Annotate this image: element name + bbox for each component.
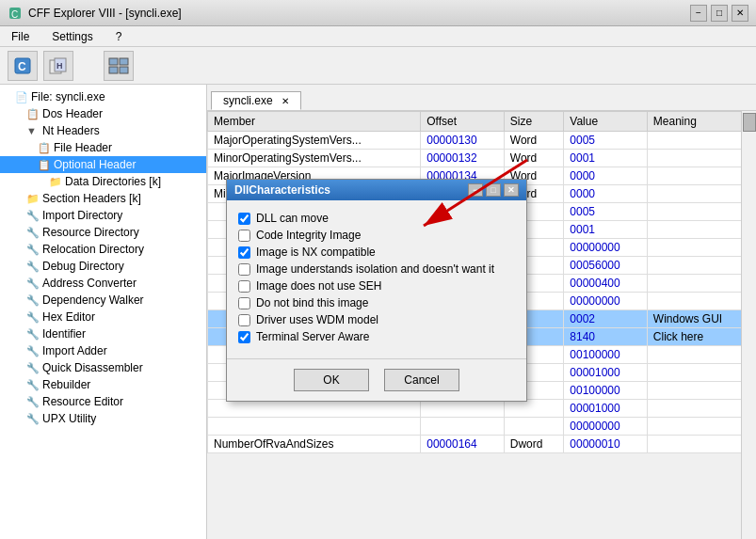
checkbox-terminal-server-label: Terminal Server Aware xyxy=(256,330,370,343)
sidebar-id-label: Import Directory xyxy=(42,209,122,222)
sidebar-item-resource-directory[interactable]: 🔧 Resource Directory xyxy=(0,224,206,241)
sidebar-item-address-converter[interactable]: 🔧 Address Converter xyxy=(0,275,206,292)
checkbox-no-seh[interactable]: Image does not use SEH xyxy=(238,279,515,293)
sidebar-item-upx-utility[interactable]: 🔧 UPX Utility xyxy=(0,410,206,427)
sidebar-item-optional-header[interactable]: 📋 Optional Header xyxy=(0,156,206,173)
ident-icon: 🔧 xyxy=(26,328,40,341)
sidebar-item-dos-header[interactable]: 📋 Dos Header xyxy=(0,105,206,122)
svg-text:H: H xyxy=(56,61,63,71)
title-bar-left: C CFF Explorer VIII - [syncli.exe] xyxy=(8,6,182,21)
svg-rect-7 xyxy=(109,58,118,65)
checkbox-nx-compatible-label: Image is NX compatible xyxy=(256,246,376,259)
sidebar-he-label: Hex Editor xyxy=(42,310,95,324)
sidebar-item-file-header[interactable]: 📋 File Header xyxy=(0,139,206,156)
dialog-maximize-btn[interactable]: □ xyxy=(486,183,501,197)
reld-icon: 🔧 xyxy=(26,244,40,256)
checkbox-dll-can-move-label: DLL can move xyxy=(256,212,329,225)
svg-text:C: C xyxy=(18,60,26,73)
debug-icon: 🔧 xyxy=(26,261,40,273)
ac-icon: 🔧 xyxy=(26,277,40,290)
sidebar-dos-label: Dos Header xyxy=(42,107,103,120)
sidebar-item-label: File: syncli.exe xyxy=(31,90,105,103)
sidebar-dd-label: Data Directories [k] xyxy=(65,175,161,188)
svg-rect-10 xyxy=(120,67,128,73)
menu-settings[interactable]: Settings xyxy=(44,28,100,45)
sidebar-item-file[interactable]: 📄 File: syncli.exe xyxy=(0,88,206,105)
checkbox-dll-can-move-input[interactable] xyxy=(238,213,250,225)
sidebar-ident-label: Identifier xyxy=(42,327,86,341)
dialog-title-bar: DllCharacteristics − □ ✕ xyxy=(227,180,526,200)
checkbox-code-integrity-label: Code Integrity Image xyxy=(256,229,361,242)
checkbox-wdm[interactable]: Driver uses WDM model xyxy=(238,313,515,326)
sidebar-item-import-adder[interactable]: 🔧 Import Adder xyxy=(0,342,206,359)
checkbox-dll-can-move[interactable]: DLL can move xyxy=(238,212,515,225)
he-icon: 🔧 xyxy=(26,311,40,324)
dialog-overlay: DllCharacteristics − □ ✕ DLL can move Co… xyxy=(207,85,756,539)
toolbar-icon-1[interactable]: C xyxy=(8,51,38,81)
checkbox-code-integrity[interactable]: Code Integrity Image xyxy=(238,229,515,242)
sidebar-item-quick-disassembler[interactable]: 🔧 Quick Disassembler xyxy=(0,359,206,376)
upx-icon: 🔧 xyxy=(26,413,40,425)
checkbox-terminal-server-input[interactable] xyxy=(238,331,250,343)
main-layout: 📄 File: syncli.exe 📋 Dos Header ▼ Nt Hea… xyxy=(0,85,756,539)
checkbox-wdm-label: Driver uses WDM model xyxy=(256,313,378,326)
content-area: syncli.exe ✕ Member Offset Size Value Me… xyxy=(207,85,756,539)
checkbox-nx-compatible-input[interactable] xyxy=(238,246,250,259)
dos-icon: 📋 xyxy=(26,108,40,120)
sidebar-reld-label: Relocation Directory xyxy=(42,243,144,256)
dw-icon: 🔧 xyxy=(26,294,40,307)
toolbar-icon-3[interactable] xyxy=(104,51,134,81)
toolbar: C H xyxy=(0,47,756,85)
svg-text:C: C xyxy=(11,9,18,20)
checkbox-no-seh-label: Image does not use SEH xyxy=(256,279,381,293)
sidebar-item-debug-directory[interactable]: 🔧 Debug Directory xyxy=(0,258,206,275)
window-title: CFF Explorer VIII - [syncli.exe] xyxy=(28,7,182,20)
dialog-close-btn[interactable]: ✕ xyxy=(504,183,519,197)
sidebar-nt-label: Nt Headers xyxy=(42,124,100,137)
sidebar-item-identifier[interactable]: 🔧 Identifier xyxy=(0,325,206,342)
checkbox-isolation-input[interactable] xyxy=(238,263,250,276)
dd-icon: 📁 xyxy=(49,176,62,188)
sidebar-oh-label: Optional Header xyxy=(54,158,136,171)
menu-file[interactable]: File xyxy=(4,28,37,45)
svg-rect-9 xyxy=(109,67,118,73)
menu-bar: File Settings ? xyxy=(0,26,756,47)
sh-icon: 📁 xyxy=(26,193,40,205)
checkbox-no-seh-input[interactable] xyxy=(238,280,250,293)
minimize-btn[interactable]: − xyxy=(690,5,707,22)
checkbox-code-integrity-input[interactable] xyxy=(238,230,250,242)
checkbox-no-bind-input[interactable] xyxy=(238,297,250,309)
qd-icon: 🔧 xyxy=(26,362,40,374)
checkbox-nx-compatible[interactable]: Image is NX compatible xyxy=(238,246,515,259)
sidebar-re-label: Resource Editor xyxy=(42,395,123,408)
dialog-minimize-btn[interactable]: − xyxy=(468,183,483,197)
checkbox-terminal-server[interactable]: Terminal Server Aware xyxy=(238,330,515,343)
sidebar-item-rebuilder[interactable]: 🔧 Rebuilder xyxy=(0,376,206,393)
sidebar-item-nt-headers[interactable]: ▼ Nt Headers xyxy=(0,122,206,139)
app-icon: C xyxy=(8,6,23,21)
sidebar-fh-label: File Header xyxy=(54,141,112,154)
sidebar-item-dependency-walker[interactable]: 🔧 Dependency Walker xyxy=(0,292,206,309)
sidebar-item-hex-editor[interactable]: 🔧 Hex Editor xyxy=(0,309,206,325)
sidebar-item-import-directory[interactable]: 🔧 Import Directory xyxy=(0,207,206,224)
sidebar-item-resource-editor[interactable]: 🔧 Resource Editor xyxy=(0,393,206,410)
menu-help[interactable]: ? xyxy=(108,28,130,45)
sidebar-sh-label: Section Headers [k] xyxy=(42,192,141,205)
sidebar-item-data-directories[interactable]: 📁 Data Directories [k] xyxy=(0,173,206,190)
sidebar-upx-label: UPX Utility xyxy=(42,412,96,425)
checkbox-no-bind-label: Do not bind this image xyxy=(256,296,368,309)
ia-icon: 🔧 xyxy=(26,345,40,357)
sidebar-rd-label: Resource Directory xyxy=(42,226,139,239)
close-btn[interactable]: ✕ xyxy=(732,5,748,22)
checkbox-wdm-input[interactable] xyxy=(238,314,250,326)
checkbox-isolation[interactable]: Image understands isolation and doesn't … xyxy=(238,262,515,276)
sidebar-item-section-headers[interactable]: 📁 Section Headers [k] xyxy=(0,190,206,207)
toolbar-icon-2[interactable]: H xyxy=(43,51,73,81)
maximize-btn[interactable]: □ xyxy=(711,5,728,22)
dialog-cancel-btn[interactable]: Cancel xyxy=(384,369,459,391)
dll-characteristics-dialog: DllCharacteristics − □ ✕ DLL can move Co… xyxy=(226,179,527,402)
dialog-ok-btn[interactable]: OK xyxy=(294,369,369,391)
dialog-title-text: DllCharacteristics xyxy=(234,183,330,197)
sidebar-item-relocation-directory[interactable]: 🔧 Relocation Directory xyxy=(0,241,206,258)
checkbox-no-bind[interactable]: Do not bind this image xyxy=(238,296,515,309)
